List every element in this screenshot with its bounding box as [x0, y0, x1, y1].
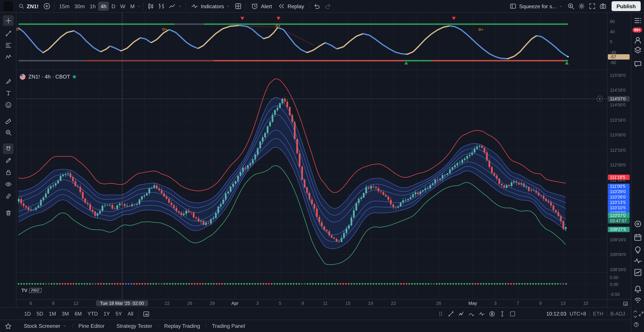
symbol-header[interactable]: ZN1! · 4h · CBOT [20, 74, 76, 80]
price-axis[interactable]: 80400-40-80115'00'0114'16'0114'00'0113'1… [607, 13, 631, 299]
indicators-button[interactable]: Indicators [188, 1, 233, 11]
magnet-tool[interactable] [3, 144, 14, 154]
calendar-icon[interactable] [633, 233, 642, 242]
crosshair-add-alert-button[interactable]: + [597, 96, 603, 102]
drawing-mode-tool[interactable] [3, 155, 14, 166]
chart-area[interactable]: + ZN1! · 4h · CBOT TV PRO [16, 13, 607, 299]
hotlists-icon[interactable] [633, 220, 642, 228]
tab-trading-panel[interactable]: Trading Panel [206, 320, 251, 332]
crosshair-tool[interactable] [3, 15, 14, 26]
sync-drawings-tool[interactable] [3, 190, 14, 201]
screenshot-button[interactable] [598, 1, 608, 11]
axis-price-label: 115'00'0 [610, 72, 626, 78]
line-style-button[interactable] [167, 1, 184, 11]
polyline-quick-tool[interactable] [458, 310, 464, 317]
adjustment-toggle[interactable]: B-ADJ [610, 311, 625, 317]
alerts-bell-icon[interactable] [633, 285, 642, 294]
market-overview-icon[interactable] [633, 268, 642, 277]
measure-tool[interactable] [3, 115, 14, 126]
timeframe-D[interactable]: D [109, 2, 118, 11]
fib-retracement-tool[interactable] [3, 40, 14, 51]
ideas-stream-icon[interactable] [633, 245, 642, 254]
chat-icon[interactable] [633, 60, 642, 68]
go-to-date-icon[interactable] [623, 300, 628, 306]
alert-button[interactable]: Alert [248, 1, 275, 11]
timezone-label[interactable]: UTC+8 [570, 311, 586, 317]
bar-style-button[interactable] [156, 1, 167, 11]
time-axis[interactable]: 6812222628Apr3591115192226May3791315Tue … [16, 299, 607, 307]
pulse-quick-tool[interactable] [478, 310, 485, 317]
clock[interactable]: 10:12:03 [546, 311, 566, 317]
redo-button[interactable] [322, 1, 333, 11]
timeframe-M[interactable]: M [128, 2, 137, 11]
chart-canvas[interactable] [16, 13, 607, 299]
text-tool[interactable] [3, 88, 14, 98]
signals-icon[interactable] [633, 256, 642, 266]
settings-button[interactable] [576, 1, 587, 11]
timeframe-1h[interactable]: 1h [87, 2, 98, 11]
trendline-tool[interactable] [3, 28, 14, 39]
range-1d-button[interactable]: 1D [21, 309, 34, 318]
range-1m-button[interactable]: 1M [46, 309, 59, 318]
marquee-tool[interactable] [509, 310, 516, 317]
timeframe-W[interactable]: W [118, 2, 128, 11]
timeframe-30m[interactable]: 30m [72, 2, 87, 11]
timeframe-chevron-icon[interactable] [137, 4, 141, 8]
app-menu-button[interactable] [3, 1, 13, 11]
axis-price-label: 113'16'0 [610, 117, 626, 123]
timeframe-4h[interactable]: 4h [98, 2, 109, 11]
tab-replay-trading[interactable]: Replay Trading [158, 320, 206, 332]
tradingview-logo[interactable]: TV PRO [21, 288, 42, 293]
fullscreen-button[interactable] [587, 1, 598, 11]
symbol-search-button[interactable]: ZN1! [16, 1, 42, 11]
chart-type-button[interactable] [146, 1, 156, 11]
range-5d-button[interactable]: 5D [34, 309, 46, 318]
axis-time-label: 5 [279, 301, 282, 306]
tab-pine-editor[interactable]: Pine Editor [72, 320, 110, 332]
add-symbol-button[interactable] [42, 1, 52, 11]
undo-button[interactable] [312, 1, 322, 11]
redo-icon [324, 2, 331, 10]
range-5y-button[interactable]: 5Y [113, 309, 125, 318]
panel-collapse-down-icon[interactable] [632, 314, 638, 320]
publish-button[interactable]: Publish [612, 1, 641, 11]
panel-collapse-up-icon[interactable] [632, 308, 638, 314]
symbol-title: ZN1! · 4h · CBOT [28, 74, 70, 80]
panel-expand-icon[interactable] [638, 311, 644, 317]
trendline-quick-tool[interactable] [448, 310, 454, 317]
range-all-button[interactable]: All [125, 309, 136, 318]
tab-stock-screener[interactable]: Stock Screener [18, 320, 72, 332]
range-1y-button[interactable]: 1Y [100, 309, 113, 318]
separator [186, 2, 186, 10]
text-note-tool[interactable] [499, 310, 506, 317]
favorites-star-icon[interactable] [4, 322, 12, 330]
emoji-tool[interactable] [3, 100, 14, 110]
axis-corner[interactable] [607, 299, 631, 307]
curve-quick-tool[interactable] [468, 310, 475, 317]
lock-drawings-tool[interactable] [3, 167, 14, 178]
grid-layout-button[interactable] [233, 1, 244, 11]
hide-drawings-tool[interactable] [3, 179, 14, 190]
session-toggle[interactable]: ETH [593, 311, 603, 317]
price-note-tool[interactable] [489, 310, 495, 317]
watchlist-icon[interactable] [633, 16, 642, 25]
range-3m-button[interactable]: 3M [59, 309, 72, 318]
brush-tool[interactable] [3, 76, 14, 86]
replay-button[interactable]: Replay [275, 1, 307, 11]
range-ytd-button[interactable]: YTD [85, 309, 101, 318]
object-tree-icon[interactable] [633, 46, 642, 55]
grip-handle[interactable] [438, 310, 444, 317]
remove-drawings-tool[interactable] [3, 208, 14, 218]
range-6m-button[interactable]: 6M [72, 309, 85, 318]
zoom-in-tool[interactable] [3, 127, 14, 138]
ideas-icon[interactable] [633, 36, 642, 45]
help-icon[interactable] [633, 322, 639, 328]
tab-strategy-tester[interactable]: Strategy Tester [111, 320, 158, 332]
pattern-tool[interactable] [3, 51, 14, 62]
layout-select-button[interactable]: Squeeze for s... [506, 1, 566, 11]
broadcast-icon[interactable] [633, 296, 642, 304]
timeframe-15m[interactable]: 15m [57, 2, 72, 11]
market-status-dot[interactable] [73, 75, 76, 78]
custom-range-button[interactable] [141, 309, 152, 318]
quick-search-button[interactable] [566, 1, 576, 11]
